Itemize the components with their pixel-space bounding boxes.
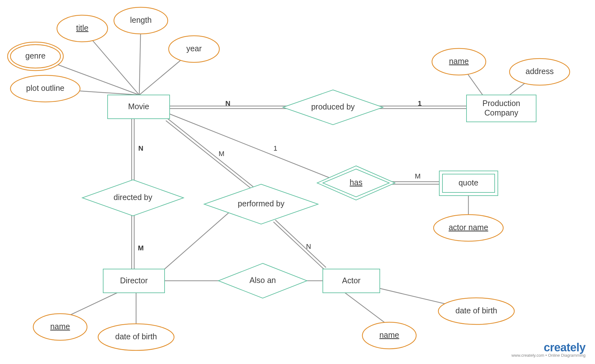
card-prodco-producedby: 1 — [418, 99, 422, 107]
svg-text:Director: Director — [120, 276, 148, 285]
svg-text:date of birth: date of birth — [115, 332, 157, 341]
card-movie-performedby: M — [219, 150, 224, 158]
svg-text:title: title — [76, 23, 89, 32]
svg-text:length: length — [130, 16, 152, 24]
conn-actor-name — [345, 293, 389, 326]
svg-text:actor name: actor name — [448, 223, 488, 232]
attr-movie-genre: genre — [8, 42, 63, 71]
attr-movie-plot-outline: plot outline — [10, 75, 80, 102]
svg-text:produced by: produced by — [311, 102, 355, 111]
svg-text:Company: Company — [485, 108, 518, 117]
er-diagram: genre plot outline title length year nam… — [0, 0, 595, 364]
svg-text:name: name — [379, 330, 399, 339]
svg-text:Actor: Actor — [342, 276, 360, 285]
card-actor-performedby: N — [306, 242, 311, 250]
svg-text:Also an: Also an — [249, 276, 276, 285]
svg-text:name: name — [50, 322, 70, 331]
rel-directed-by: directed by — [82, 180, 184, 216]
conn-movie-performedby-a — [168, 119, 253, 187]
entity-director: Director — [103, 269, 165, 293]
card-movie-has: 1 — [273, 144, 277, 152]
svg-text:genre: genre — [25, 51, 46, 60]
card-quote-has: M — [415, 172, 421, 180]
entity-movie: Movie — [108, 95, 170, 119]
entity-quote: quote — [439, 171, 498, 196]
conn-performedby-director — [165, 212, 229, 269]
card-director-directedby: M — [138, 244, 144, 252]
svg-text:performed by: performed by — [238, 199, 285, 208]
attr-actor-name: name — [362, 322, 416, 349]
rel-also-an: Also an — [218, 263, 307, 298]
svg-text:date of birth: date of birth — [455, 306, 497, 315]
watermark-subtitle: www.creately.com • Online Diagramming — [511, 353, 586, 358]
conn-performedby-actor-a — [275, 220, 326, 267]
attr-prodco-name: name — [432, 48, 486, 75]
svg-text:directed by: directed by — [114, 193, 153, 202]
svg-text:has: has — [350, 178, 362, 187]
watermark-brand: creately — [511, 341, 586, 354]
rel-performed-by: performed by — [204, 184, 318, 224]
attr-prodco-address: address — [510, 59, 570, 85]
card-movie-producedby: N — [225, 99, 230, 107]
attr-movie-title: title — [57, 15, 108, 42]
svg-text:name: name — [449, 57, 469, 66]
svg-text:address: address — [526, 67, 554, 76]
svg-text:year: year — [186, 44, 202, 53]
attr-director-name: name — [33, 314, 87, 340]
svg-text:plot outline: plot outline — [26, 84, 65, 92]
attr-quote-actor-name: actor name — [434, 215, 503, 241]
svg-text:Production: Production — [482, 99, 520, 108]
attr-movie-year: year — [169, 36, 219, 62]
conn-movie-performedby-b — [166, 121, 251, 189]
attr-director-dob: date of birth — [98, 324, 174, 350]
entity-production-company: Production Company — [467, 95, 536, 122]
conn-movie-has — [170, 114, 330, 178]
entity-actor: Actor — [323, 269, 380, 293]
svg-text:quote: quote — [459, 178, 479, 187]
conn-performedby-actor-b — [273, 222, 324, 269]
attr-actor-dob: date of birth — [438, 298, 514, 324]
rel-produced-by: produced by — [283, 90, 383, 125]
card-movie-directedby: N — [138, 144, 143, 152]
svg-text:Movie: Movie — [128, 102, 149, 111]
watermark: creately www.creately.com • Online Diagr… — [511, 341, 586, 358]
rel-has: has — [317, 166, 395, 200]
attr-movie-length: length — [114, 7, 168, 34]
